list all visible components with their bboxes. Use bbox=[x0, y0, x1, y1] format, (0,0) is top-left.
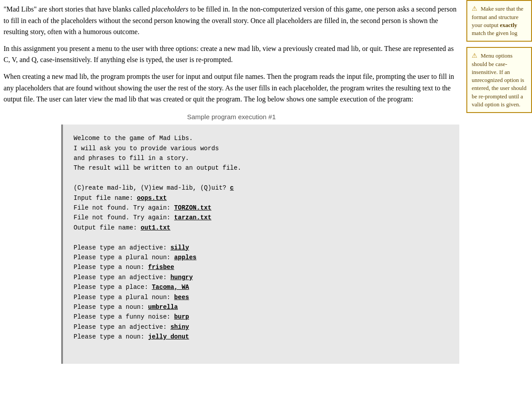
user-input-jelly-donut: jelly donut bbox=[148, 333, 189, 340]
user-input-burp: burp bbox=[174, 313, 189, 320]
terminal-line: and phrases to fill in a story. bbox=[74, 153, 449, 163]
note-exactly: exactly bbox=[500, 22, 517, 28]
user-input-menu: c bbox=[230, 184, 234, 191]
intro-paragraph-3: When creating a new mad lib, the program… bbox=[4, 71, 459, 105]
italic-placeholders: placeholders bbox=[152, 5, 188, 13]
terminal-line: File not found. Try again: tarzan.txt bbox=[74, 213, 449, 222]
main-content: "Mad Libs" are short stories that have b… bbox=[0, 0, 466, 405]
terminal-line: File not found. Try again: TORZON.txt bbox=[74, 203, 449, 213]
note-format-text: Make sure that the format and structure … bbox=[472, 5, 524, 36]
terminal-line: Please type an adjective: shiny bbox=[74, 322, 449, 332]
terminal-line: The result will be written to an output … bbox=[74, 163, 449, 173]
user-input-frisbee: frisbee bbox=[148, 264, 174, 271]
user-input-bees: bees bbox=[174, 294, 189, 301]
terminal-line: Please type an adjective: hungry bbox=[74, 273, 449, 282]
warning-icon-1: ⚠ bbox=[472, 5, 477, 12]
terminal-line: Please type a plural noun: apples bbox=[74, 253, 449, 262]
terminal-line-menu: (C)reate mad-lib, (V)iew mad-lib, (Q)uit… bbox=[74, 183, 449, 193]
sample-title: Sample program execution #1 bbox=[4, 112, 459, 122]
note-box-menu: ⚠ Menu options should be case-insensitiv… bbox=[466, 47, 532, 113]
terminal-line: Please type a place: Tacoma, WA bbox=[74, 282, 449, 292]
terminal-block: Welcome to the game of Mad Libs. I will … bbox=[61, 125, 459, 364]
note-box-format: ⚠ Make sure that the format and structur… bbox=[466, 0, 532, 42]
user-input-hungry: hungry bbox=[170, 274, 192, 281]
terminal-blank bbox=[74, 173, 449, 183]
terminal-line: Output file name: out1.txt bbox=[74, 223, 449, 233]
user-input-apples: apples bbox=[174, 254, 196, 261]
sidebar: ⚠ Make sure that the format and structur… bbox=[466, 0, 532, 405]
terminal-line: Please type a funny noise: burp bbox=[74, 312, 449, 322]
terminal-line: Please type a noun: frisbee bbox=[74, 262, 449, 272]
terminal-line: Please type an adjective: silly bbox=[74, 243, 449, 253]
intro-paragraph-1: "Mad Libs" are short stories that have b… bbox=[4, 4, 459, 38]
terminal-line: Please type a noun: jelly donut bbox=[74, 332, 449, 342]
user-input-shiny: shiny bbox=[170, 323, 189, 331]
terminal-line: Input file name: oops.txt bbox=[74, 193, 449, 203]
note-menu-text: Menu options should be case-insensitive.… bbox=[472, 52, 526, 108]
terminal-line: I will ask you to provide various words bbox=[74, 144, 449, 153]
user-input-out1: out1.txt bbox=[141, 224, 170, 231]
user-input-tarzan: tarzan.txt bbox=[174, 214, 211, 221]
user-input-silly: silly bbox=[170, 244, 189, 251]
terminal-line: Please type a plural noun: bees bbox=[74, 292, 449, 302]
user-input-umbrella: umbrella bbox=[148, 304, 178, 311]
page-wrapper: "Mad Libs" are short stories that have b… bbox=[0, 0, 532, 405]
intro-paragraph-2: In this assignment you present a menu to… bbox=[4, 43, 459, 66]
user-input-torzon: TORZON.txt bbox=[174, 204, 211, 211]
terminal-blank bbox=[74, 233, 449, 242]
warning-icon-2: ⚠ bbox=[472, 52, 477, 59]
user-input-tacoma: Tacoma, WA bbox=[152, 284, 189, 291]
terminal-line: Please type a noun: umbrella bbox=[74, 302, 449, 312]
user-input-oops: oops.txt bbox=[137, 195, 167, 202]
terminal-line: Welcome to the game of Mad Libs. bbox=[74, 133, 449, 143]
